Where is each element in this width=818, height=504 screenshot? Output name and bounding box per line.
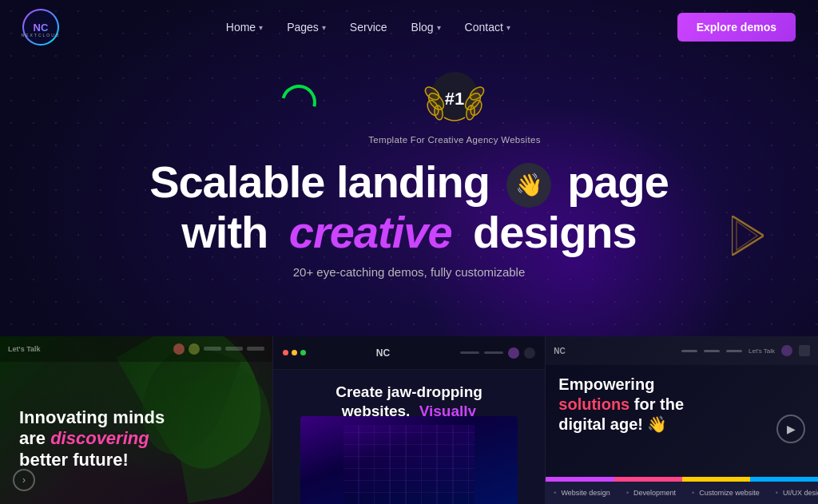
card2-nav-items xyxy=(460,347,535,359)
headline-part2: page xyxy=(567,157,669,207)
card1-line3: better future! xyxy=(19,450,165,470)
tag-ux-design: •UI/UX design xyxy=(768,486,818,500)
explore-demos-button[interactable]: Explore demos xyxy=(677,13,796,42)
logo-subtext: NEXTCLOUD xyxy=(22,33,61,38)
chevron-down-icon: ▾ xyxy=(437,23,441,32)
preview-section: Let's Talk Innovating minds are discover… xyxy=(0,336,818,504)
card3-nav: Let's Talk xyxy=(681,345,810,356)
tags-strip: •Website design •Development •Customize … xyxy=(546,482,818,504)
hero-subtext: 20+ eye-catching demos, fully customizab… xyxy=(0,265,818,279)
play-button[interactable]: ▶ xyxy=(776,415,805,443)
laurel-badge: #1 xyxy=(419,60,490,132)
tag-development: •Development xyxy=(618,486,684,500)
card2-logo: NC xyxy=(376,347,390,359)
card3-header: NC Let's Talk xyxy=(546,336,818,365)
hero-top-row: #1 Template For Creative Agency Websites xyxy=(0,60,818,145)
nav-link-service[interactable]: Service xyxy=(350,21,387,34)
nav-bar-item xyxy=(460,351,479,354)
chevron-down-icon: ▾ xyxy=(506,23,510,32)
menu-icon xyxy=(524,347,535,359)
nav-item-pages[interactable]: Pages ▾ xyxy=(287,21,326,34)
nav-item xyxy=(681,350,697,352)
window-dots xyxy=(283,350,306,355)
nav-item-contact[interactable]: Contact ▾ xyxy=(465,21,510,34)
dot-red xyxy=(283,350,288,355)
lets-talk-text: Let's Talk xyxy=(749,347,775,355)
nav-item xyxy=(704,350,720,352)
badge-tagline: Template For Creative Agency Websites xyxy=(368,135,540,145)
headline-part4: designs xyxy=(473,207,637,257)
badge-wrap: #1 Template For Creative Agency Websites xyxy=(368,60,540,145)
nav-link-pages[interactable]: Pages ▾ xyxy=(287,21,326,34)
logo-letters: NC xyxy=(34,22,49,33)
card3-highlight: solutions xyxy=(558,395,629,413)
headline-part1: Scalable landing xyxy=(149,157,490,207)
search-icon xyxy=(781,345,792,356)
navigation: NC NEXTCLOUD Home ▾ Pages ▾ Service Blog… xyxy=(0,0,818,54)
nav-link-blog[interactable]: Blog ▾ xyxy=(411,21,441,34)
card1-text: Innovating minds are discovering better … xyxy=(19,407,165,470)
hero-content: #1 Template For Creative Agency Websites… xyxy=(0,60,818,279)
card2-main-text: Create jaw-dropping websites. Visually xyxy=(288,383,531,421)
check-arc xyxy=(275,78,323,126)
nav-item-home[interactable]: Home ▾ xyxy=(226,21,263,34)
tag-list: •Website design •Development •Customize … xyxy=(546,486,818,500)
green-check-icon xyxy=(277,81,320,124)
tag-website-design: •Website design xyxy=(546,486,618,500)
preview-card-1: Let's Talk Innovating minds are discover… xyxy=(0,336,272,504)
hero-headline: Scalable landing 👋 page with creative de… xyxy=(0,157,818,257)
logo[interactable]: NC NEXTCLOUD xyxy=(22,9,59,46)
triangle-decoration xyxy=(732,216,764,259)
search-icon xyxy=(508,347,519,359)
headline-part3: with xyxy=(181,207,268,257)
card2-header: NC xyxy=(273,336,546,370)
tag-customize: •Customize website xyxy=(684,486,768,500)
svg-text:#1: #1 xyxy=(445,89,464,109)
nav-item xyxy=(726,350,742,352)
nav-item-service[interactable]: Service xyxy=(350,21,387,34)
nav-link-contact[interactable]: Contact ▾ xyxy=(465,21,510,34)
preview-card-3: NC Let's Talk Empowering solutions for t… xyxy=(546,336,818,504)
logo-circle: NC NEXTCLOUD xyxy=(22,9,59,46)
chevron-down-icon: ▾ xyxy=(259,23,263,32)
preview-card-2: NC Create jaw-dropping websites. Visuall… xyxy=(272,336,546,504)
nav-links: Home ▾ Pages ▾ Service Blog ▾ Contact ▾ xyxy=(226,21,510,34)
card3-logo: NC xyxy=(554,347,565,355)
dot-yellow xyxy=(292,350,297,355)
building-mockup xyxy=(300,416,518,504)
menu-icon xyxy=(799,345,810,356)
card1-main-text: Innovating minds xyxy=(19,407,165,428)
card3-main-text: Empowering solutions for the digital age… xyxy=(558,375,805,435)
headline-creative: creative xyxy=(289,207,452,257)
nav-bar-item xyxy=(484,351,503,354)
nav-link-home[interactable]: Home ▾ xyxy=(226,21,263,34)
wave-emoji-icon: 👋 xyxy=(506,163,551,208)
nav-item-blog[interactable]: Blog ▾ xyxy=(411,21,441,34)
card1-line2: are discovering xyxy=(19,428,165,449)
scroll-button[interactable]: › xyxy=(13,469,35,491)
card1-highlight: discovering xyxy=(50,428,149,448)
chevron-down-icon: ▾ xyxy=(322,23,326,32)
dot-green xyxy=(300,350,306,355)
laurel-svg: #1 xyxy=(419,60,490,132)
